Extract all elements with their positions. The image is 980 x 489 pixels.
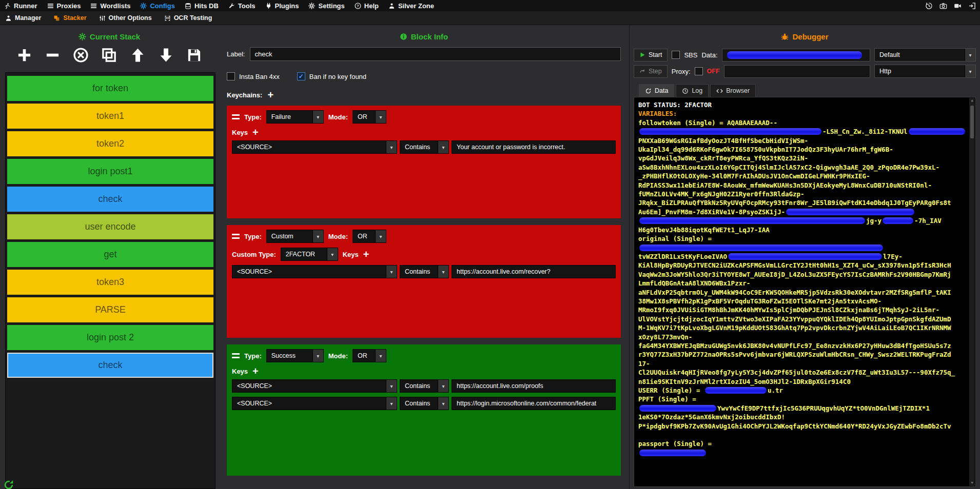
custom-type-select[interactable]: 2FACTOR▾ — [281, 248, 338, 261]
scroll-up-arrow[interactable]: ▲ — [971, 98, 973, 104]
key-condition-select[interactable]: Contains▾ — [400, 265, 449, 278]
menu-item-settings[interactable]: Settings — [308, 2, 344, 10]
menu-item-proxies[interactable]: Proxies — [47, 2, 81, 10]
step-button[interactable]: Step — [634, 65, 668, 78]
exit-icon[interactable] — [968, 2, 976, 10]
data-input[interactable] — [722, 49, 871, 62]
menu-item-wordlists[interactable]: Wordlists — [90, 2, 130, 10]
menu-item-runner[interactable]: Runner — [4, 2, 37, 10]
stack-item[interactable]: check — [7, 353, 213, 378]
block-label-input[interactable] — [250, 47, 621, 61]
wordlist-type-select[interactable]: Default ▾ — [874, 48, 976, 62]
menu-item-help[interactable]: ?Help — [355, 2, 379, 10]
refresh-status-icon[interactable] — [3, 479, 14, 489]
subtab-stacker[interactable]: Stacker — [53, 14, 86, 22]
key-source-select[interactable]: <SOURCE>▾ — [232, 140, 397, 154]
debugger-log: BOT STATUS: 2FACTORVARIABLES:followtoken… — [634, 97, 976, 487]
log-line: tvWZZlDR1Lx5tKyFLoeIVAOl7Ey- — [638, 252, 966, 261]
key-value-input[interactable]: Your account or password is incorrect. — [452, 140, 616, 154]
keychain-custom: Type:Custom▾Mode:OR▾Custom Type:2FACTOR▾… — [227, 225, 621, 338]
scroll-down-arrow[interactable]: ▼ — [971, 480, 973, 486]
stack-item[interactable]: login post 2 — [7, 325, 213, 350]
keychain-handle-icon[interactable] — [232, 234, 240, 239]
key-value-input[interactable]: https://login.microsoftonline.com/common… — [452, 397, 616, 410]
history-icon[interactable] — [925, 2, 933, 10]
key-value-input[interactable]: https://account.live.com/recover? — [452, 265, 616, 278]
chevron-down-icon: ▾ — [438, 397, 448, 410]
current-stack-header: Current Stack — [0, 32, 219, 41]
stack-item[interactable]: token2 — [7, 131, 213, 156]
stack-list: for tokentoken1token2login post1checkuse… — [5, 72, 215, 489]
sbs-checkbox[interactable] — [672, 51, 680, 59]
start-button[interactable]: Start — [634, 49, 668, 62]
key-source-select[interactable]: <SOURCE>▾ — [232, 379, 397, 393]
add-key-button[interactable]: + — [252, 128, 259, 136]
keychains-caption: Keychains: — [227, 91, 262, 99]
key-value-input[interactable]: https://account.live.com/proofs — [452, 379, 616, 393]
keychain-type-select[interactable]: Custom▾ — [266, 230, 324, 243]
proxy-type-select[interactable]: Http ▾ — [874, 65, 976, 78]
remove-block-button[interactable] — [45, 47, 61, 65]
subtab-manager[interactable]: Manager — [5, 14, 41, 22]
debugger-tab-browser[interactable]: Browser — [710, 84, 756, 97]
chevron-down-icon: ▾ — [438, 380, 448, 392]
stack-item[interactable]: check — [7, 187, 213, 212]
clone-block-button[interactable] — [101, 47, 117, 65]
menu-item-tools[interactable]: Tools — [228, 2, 256, 10]
data-caption: Data: — [701, 51, 717, 59]
key-source-select[interactable]: <SOURCE>▾ — [232, 397, 397, 410]
subtab-ocr-testing[interactable]: OCROCR Testing — [164, 14, 212, 22]
stack-item[interactable]: login post1 — [7, 159, 213, 184]
scrollbar-thumb[interactable] — [970, 106, 974, 138]
ban-if-no-key-checkbox[interactable]: ✓Ban if no key found — [297, 72, 366, 80]
insta-ban-4xx-checkbox[interactable]: Insta Ban 4xx — [227, 72, 280, 80]
menu-item-silver-zone[interactable]: Silver Zone — [388, 2, 434, 10]
redaction — [639, 128, 821, 135]
stack-panel: Current Stack for tokentoken1token2login… — [0, 25, 219, 489]
add-key-button[interactable]: + — [252, 367, 259, 375]
move-down-button[interactable] — [158, 47, 174, 65]
person-icon — [388, 3, 395, 9]
add-key-button[interactable]: + — [363, 250, 369, 258]
keychain-failure: Type:Failure▾Mode:OR▾Keys+<SOURCE>▾Conta… — [227, 106, 621, 218]
stack-item[interactable]: token3 — [7, 270, 213, 295]
menu-item-plugins[interactable]: Plugins — [265, 2, 299, 10]
log-scrollbar[interactable]: ▲ ▼ — [969, 98, 975, 486]
key-condition-select[interactable]: Contains▾ — [400, 397, 449, 410]
debugger-tab-log[interactable]: Log — [676, 84, 709, 97]
proxy-checkbox[interactable] — [695, 67, 703, 75]
camera-icon[interactable] — [939, 2, 947, 10]
redaction — [883, 217, 913, 224]
key-condition-select[interactable]: Contains▾ — [400, 379, 449, 393]
add-block-button[interactable] — [16, 47, 32, 65]
menu-item-configs[interactable]: Configs — [140, 2, 174, 10]
checkbox-box — [227, 72, 235, 80]
add-keychain-button[interactable]: + — [267, 91, 273, 99]
keychain-handle-icon[interactable] — [232, 114, 240, 119]
log-line: jg-y-7h_IAV — [638, 216, 966, 225]
stack-item[interactable]: token1 — [7, 104, 213, 129]
main-content: Current Stack for tokentoken1token2login… — [0, 25, 980, 489]
keychain-type-select[interactable]: Failure▾ — [266, 110, 324, 124]
stack-item[interactable]: user encode — [7, 214, 213, 239]
disable-block-button[interactable] — [73, 47, 89, 65]
subtab-other-options[interactable]: Other Options — [99, 14, 152, 22]
proxy-input[interactable] — [724, 65, 870, 78]
keychain-mode-select[interactable]: OR▾ — [352, 230, 386, 243]
keychain-mode-select[interactable]: OR▾ — [352, 349, 386, 362]
stack-item-label: login post 2 — [87, 332, 134, 343]
debugger-tab-data[interactable]: Data — [639, 84, 674, 97]
key-source-select[interactable]: <SOURCE>▾ — [232, 265, 397, 278]
stack-item[interactable]: PARSE — [7, 297, 213, 322]
keychain-handle-icon[interactable] — [232, 353, 240, 358]
move-up-button[interactable] — [130, 47, 146, 65]
stack-item[interactable]: get — [7, 242, 213, 267]
chevron-down-icon: ▾ — [375, 350, 386, 362]
video-icon[interactable] — [954, 2, 962, 10]
save-config-button[interactable] — [186, 47, 202, 65]
keychain-type-select[interactable]: Success▾ — [266, 349, 324, 362]
key-condition-select[interactable]: Contains▾ — [400, 140, 449, 154]
menu-item-hits-db[interactable]: Hits DB — [185, 2, 219, 10]
keychain-mode-select[interactable]: OR▾ — [352, 110, 386, 124]
stack-item[interactable]: for token — [7, 76, 213, 101]
